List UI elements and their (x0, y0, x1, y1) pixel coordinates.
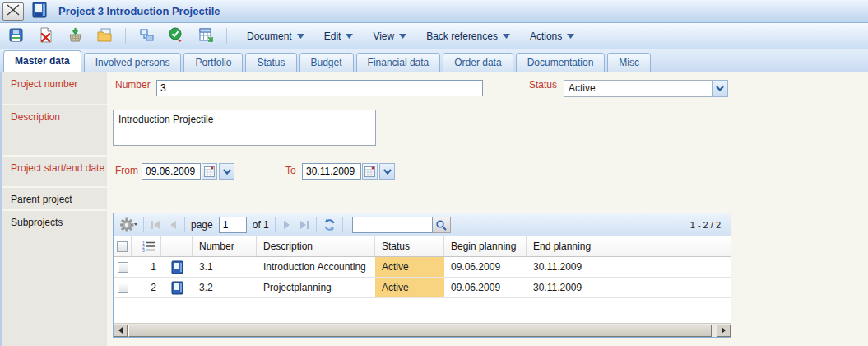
from-date-dropdown-button[interactable] (219, 163, 234, 180)
previous-page-button[interactable] (167, 219, 179, 231)
row-index: 2 (132, 278, 161, 297)
menu-view[interactable]: View (373, 30, 406, 42)
calendar-icon (204, 166, 215, 177)
page-title: Project 3 Introduction Projectile (58, 5, 220, 17)
cell-description: Introduction Accounting (257, 257, 375, 277)
to-date-input[interactable] (302, 163, 361, 180)
chevron-down-icon (716, 86, 724, 91)
menu-document[interactable]: Document (247, 30, 304, 42)
icon-column-header (161, 236, 193, 256)
menu-back-references[interactable]: Back references (426, 30, 510, 42)
next-page-icon (281, 219, 293, 231)
refresh-button[interactable] (323, 218, 337, 231)
page-number-input[interactable] (219, 217, 247, 233)
from-label: From (115, 165, 138, 176)
copy-folder-icon (96, 27, 113, 45)
arrow-right-icon (722, 327, 726, 334)
record-range-label: 1 - 2 / 2 (690, 220, 724, 230)
tab-status[interactable]: Status (245, 53, 296, 72)
tab-misc[interactable]: Misc (607, 53, 651, 72)
subproject-book-icon[interactable] (171, 281, 183, 295)
scroll-right-button[interactable] (717, 325, 731, 337)
cell-number: 3.1 (193, 257, 257, 277)
tab-documentation[interactable]: Documentation (516, 53, 606, 72)
window-title-bar: Project 3 Introduction Projectile (0, 0, 868, 23)
menu-actions[interactable]: Actions (530, 30, 574, 42)
delete-button[interactable] (35, 26, 56, 46)
cell-status: Active (375, 257, 444, 277)
page-label: page (191, 219, 213, 231)
tab-master-data[interactable]: Master data (3, 50, 81, 72)
status-select-dropdown-button[interactable] (712, 80, 728, 97)
toolbar-separator (184, 217, 185, 232)
save-button[interactable] (5, 26, 26, 46)
table-settings-button[interactable] (120, 217, 137, 232)
to-calendar-button[interactable] (362, 163, 378, 180)
chevron-down-icon (346, 34, 353, 39)
check-in-button[interactable] (64, 26, 86, 46)
first-page-button[interactable] (150, 219, 161, 231)
field-label-column: Project number Description Project start… (2, 72, 107, 346)
tab-order-data[interactable]: Order data (443, 53, 513, 72)
table-search-input[interactable] (352, 217, 433, 233)
table-header-row: 123 Number Description Status Begin plan… (114, 236, 731, 257)
cell-end-planning: 30.11.2009 (527, 278, 731, 297)
status-select[interactable]: Active (564, 80, 728, 97)
complete-check-icon (168, 27, 184, 45)
close-button[interactable] (2, 2, 24, 21)
menu-edit[interactable]: Edit (324, 30, 354, 42)
table-row[interactable]: 2 3.2 Projectplanning Active 09.06.2009 … (114, 278, 731, 298)
refresh-icon (323, 218, 337, 231)
table-empty-area (114, 298, 731, 323)
page-count-label: of 1 (253, 219, 269, 231)
scroll-left-button[interactable] (114, 325, 128, 337)
cell-end-planning: 30.11.2009 (527, 257, 731, 277)
save-icon (8, 27, 24, 45)
check-in-basket-icon (67, 27, 83, 45)
search-icon (435, 219, 447, 231)
scrollbar-thumb[interactable] (128, 325, 712, 337)
close-icon (7, 4, 20, 18)
copy-button[interactable] (94, 26, 115, 46)
complete-button[interactable] (165, 26, 187, 46)
from-calendar-button[interactable] (202, 163, 217, 180)
tab-budget[interactable]: Budget (299, 53, 354, 72)
subproject-book-icon[interactable] (171, 260, 183, 274)
table-row[interactable]: 1 3.1 Introduction Accounting Active 09.… (114, 257, 731, 278)
toolbar-separator (143, 217, 144, 232)
column-header-description[interactable]: Description (257, 236, 375, 256)
last-page-button[interactable] (299, 219, 310, 231)
field-label-parent-project: Parent project (2, 188, 107, 209)
hierarchy-button[interactable] (136, 26, 157, 46)
horizontal-scrollbar (114, 323, 731, 337)
project-number-input[interactable] (156, 80, 483, 96)
row-checkbox[interactable] (118, 283, 128, 293)
subprojects-toolbar: page of 1 1 - 2 / 2 (114, 213, 731, 236)
column-header-number[interactable]: Number (193, 236, 257, 256)
search-button[interactable] (433, 217, 451, 233)
field-label-project-number: Project number (2, 72, 107, 104)
table-search (352, 217, 451, 233)
recalculate-table-icon (198, 27, 214, 45)
toolbar-separator (125, 28, 126, 44)
column-header-begin-planning[interactable]: Begin planning (444, 236, 527, 256)
column-header-status[interactable]: Status (375, 236, 444, 256)
next-page-button[interactable] (281, 219, 293, 231)
to-label: To (285, 165, 296, 176)
select-all-checkbox[interactable] (117, 241, 128, 252)
recalculate-button[interactable] (195, 26, 216, 46)
status-label: Status (529, 79, 557, 91)
cell-begin-planning: 09.06.2009 (444, 278, 527, 297)
tab-portfolio[interactable]: Portfolio (183, 53, 243, 72)
description-textarea[interactable]: Introduction Projectile (113, 110, 376, 146)
from-date-input[interactable] (142, 163, 201, 180)
to-date-dropdown-button[interactable] (379, 163, 395, 180)
chevron-down-icon (223, 169, 231, 175)
chevron-down-icon (383, 169, 392, 175)
tab-financial-data[interactable]: Financial data (356, 53, 441, 72)
row-checkbox[interactable] (118, 262, 128, 273)
column-header-end-planning[interactable]: End planning (527, 236, 731, 256)
menu-label: Document (247, 30, 292, 42)
tab-involved-persons[interactable]: Involved persons (84, 53, 182, 72)
toolbar-separator (342, 217, 343, 232)
